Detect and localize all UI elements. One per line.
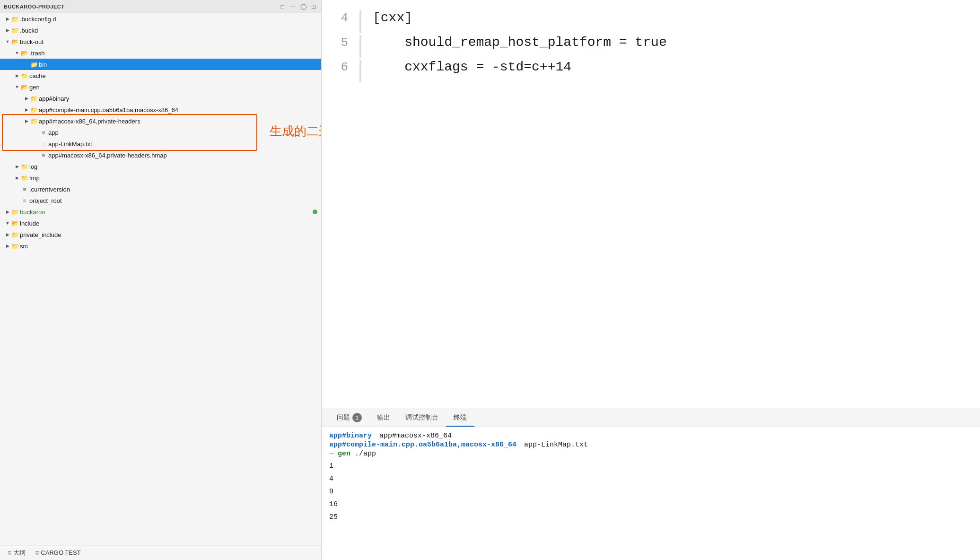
tree-item-log[interactable]: ▶📁log bbox=[0, 161, 321, 172]
code-lines: 4[cxx]5 should_remap_host_platform = tru… bbox=[322, 0, 980, 93]
line-bar-5 bbox=[359, 35, 361, 58]
tree-item-bin[interactable]: 📁bin bbox=[0, 59, 321, 70]
terminal-numbers: 1491625 bbox=[329, 460, 972, 524]
tab-终端[interactable]: 终端 bbox=[446, 410, 474, 427]
terminal-num-25: 25 bbox=[329, 511, 972, 524]
tree-label-private_include: private_include bbox=[20, 231, 61, 238]
code-line-4: 4[cxx] bbox=[322, 9, 980, 34]
terminal-arrow: → bbox=[329, 450, 338, 458]
cargo-test-label: CARGO TEST bbox=[41, 549, 80, 556]
tree-label-bin: bin bbox=[39, 61, 47, 68]
line-content-5: should_remap_host_platform = true bbox=[373, 35, 667, 50]
tab-输出[interactable]: 输出 bbox=[369, 410, 398, 427]
terminal-num-4: 4 bbox=[329, 472, 972, 485]
cargo-test-item[interactable]: ≡ CARGO TEST bbox=[31, 548, 84, 558]
dot-indicator-buckaroo bbox=[313, 210, 317, 214]
tree-item-project_root[interactable]: ≡project_root bbox=[0, 195, 321, 206]
tree-item-app_linkmap[interactable]: ≡app-LinkMap.txt bbox=[0, 138, 321, 149]
terminal-num-9: 9 bbox=[329, 485, 972, 498]
tree-item-buckd[interactable]: ▶📁.buckd bbox=[0, 25, 321, 36]
tree-icon-private_include: 📁 bbox=[11, 231, 19, 238]
tree-label-app_macosx_private: app#macosx-x86_64,private-headers bbox=[39, 118, 140, 125]
tree-arrow-trash: ▼ bbox=[13, 49, 21, 57]
tree-label-app_file: app bbox=[48, 129, 59, 136]
tree-arrow-gen: ▼ bbox=[13, 83, 21, 91]
sidebar-header: BUCKAROO-PROJECT □ — ◯ ⊡ bbox=[0, 0, 321, 13]
tree-label-app_compile: app#compile-main.cpp.oa5b6a1ba,macosx-x8… bbox=[39, 106, 178, 114]
tab-badge-问题: 1 bbox=[352, 413, 362, 422]
tree-item-app_binary[interactable]: ▶📁app#binary bbox=[0, 93, 321, 104]
window-icon-square[interactable]: □ bbox=[279, 3, 286, 10]
tree-icon-app_file: ≡ bbox=[40, 129, 47, 136]
window-icon-line[interactable]: — bbox=[289, 3, 297, 10]
tree-item-buckconfig[interactable]: ▶📁.buckconfig.d bbox=[0, 13, 321, 25]
tree-label-buckout: buck-out bbox=[20, 38, 44, 45]
sidebar-tree[interactable]: ▶📁.buckconfig.d▶📁.buckd▼📂buck-out▼📂.tras… bbox=[0, 13, 321, 545]
tree-icon-gen: 📂 bbox=[21, 83, 28, 91]
tree-arrow-include: ▼ bbox=[4, 219, 11, 227]
window-icon-grid[interactable]: ⊡ bbox=[310, 3, 317, 10]
tab-调试控制台[interactable]: 调试控制台 bbox=[398, 410, 446, 427]
tab-label-输出: 输出 bbox=[377, 413, 390, 421]
tree-item-gen[interactable]: ▼📂gen bbox=[0, 81, 321, 93]
terminal-tabs: 问题1输出调试控制台终端 bbox=[322, 409, 980, 427]
tree-item-private_include[interactable]: ▶📁private_include bbox=[0, 229, 321, 240]
terminal-row-1: app#binaryapp#macosx-x86_64 bbox=[329, 432, 972, 440]
code-line-5: 5 should_remap_host_platform = true bbox=[322, 34, 980, 59]
outline-label: 大纲 bbox=[13, 549, 26, 557]
tab-label-问题: 问题 bbox=[337, 413, 350, 421]
tree-item-app_hmap[interactable]: ≡app#macosx-x86_64,private-headers.hmap bbox=[0, 149, 321, 161]
tree-arrow-app_compile: ▶ bbox=[23, 106, 30, 114]
tree-label-include: include bbox=[20, 220, 39, 227]
tree-item-trash[interactable]: ▼📂.trash bbox=[0, 47, 321, 59]
tree-item-buckout[interactable]: ▼📂buck-out bbox=[0, 36, 321, 47]
tree-arrow-app_hmap bbox=[32, 151, 40, 159]
tree-item-src[interactable]: ▶📁src bbox=[0, 240, 321, 252]
tree-item-app_compile[interactable]: ▶📁app#compile-main.cpp.oa5b6a1ba,macosx-… bbox=[0, 104, 321, 115]
line-number-4: 4 bbox=[322, 11, 359, 25]
tree-label-log: log bbox=[29, 163, 37, 170]
tree-item-include[interactable]: ▼📂include bbox=[0, 218, 321, 229]
tree-icon-bin: 📁 bbox=[30, 61, 38, 68]
sidebar-bottom: ≡ 大纲 ≡ CARGO TEST bbox=[0, 545, 321, 560]
tree-label-buckconfig: .buckconfig.d bbox=[20, 16, 56, 23]
tree-icon-project_root: ≡ bbox=[21, 197, 28, 204]
tree-icon-buckd: 📁 bbox=[11, 26, 19, 34]
right-panel: 4[cxx]5 should_remap_host_platform = tru… bbox=[322, 0, 980, 560]
terminal-col1-2: app#compile-main.cpp.oa5b6a1ba,macosx-x8… bbox=[329, 441, 516, 449]
main-layout: BUCKAROO-PROJECT □ — ◯ ⊡ ▶📁.buckconfig.d… bbox=[0, 0, 980, 560]
tree-arrow-buckd: ▶ bbox=[4, 26, 11, 34]
tree-item-cache[interactable]: ▶📁cache bbox=[0, 70, 321, 81]
tree-item-tmp[interactable]: ▶📁tmp bbox=[0, 172, 321, 184]
tree-item-buckaroo[interactable]: ▶📁buckaroo bbox=[0, 206, 321, 218]
tree-arrow-log: ▶ bbox=[13, 163, 21, 170]
outline-item[interactable]: ≡ 大纲 bbox=[4, 547, 29, 559]
window-icon-circle[interactable]: ◯ bbox=[299, 3, 307, 10]
terminal-col1-1: app#binary bbox=[329, 432, 372, 440]
tree-arrow-buckconfig: ▶ bbox=[4, 15, 11, 23]
tree-icon-app_macosx_private: 📁 bbox=[30, 117, 38, 125]
sidebar: BUCKAROO-PROJECT □ — ◯ ⊡ ▶📁.buckconfig.d… bbox=[0, 0, 322, 560]
code-editor: 4[cxx]5 should_remap_host_platform = tru… bbox=[322, 0, 980, 409]
tree-label-app_binary: app#binary bbox=[39, 95, 69, 102]
cargo-test-icon: ≡ bbox=[35, 549, 39, 557]
tree-icon-include: 📂 bbox=[11, 219, 19, 227]
terminal-row-2: app#compile-main.cpp.oa5b6a1ba,macosx-x8… bbox=[329, 441, 972, 449]
line-bar-4 bbox=[359, 10, 361, 33]
tree-icon-buckaroo: 📁 bbox=[11, 208, 19, 216]
tree-arrow-app_linkmap bbox=[32, 140, 40, 148]
tree-icon-currentversion: ≡ bbox=[21, 185, 28, 193]
tree-icon-cache: 📁 bbox=[21, 72, 28, 79]
tree-item-currentversion[interactable]: ≡.currentversion bbox=[0, 184, 321, 195]
tree-arrow-tmp: ▶ bbox=[13, 174, 21, 182]
line-content-6: cxxflags = -std=c++14 bbox=[373, 60, 571, 74]
terminal-cmd: → gen ./app bbox=[329, 450, 972, 458]
tree-icon-log: 📁 bbox=[21, 163, 28, 170]
tree-icon-app_compile: 📁 bbox=[30, 106, 38, 114]
tab-问题[interactable]: 问题1 bbox=[329, 409, 369, 427]
line-number-5: 5 bbox=[322, 35, 359, 50]
terminal-num-1: 1 bbox=[329, 460, 972, 472]
tree-arrow-src: ▶ bbox=[4, 242, 11, 250]
tree-arrow-bin bbox=[23, 61, 30, 68]
terminal-col2-2: app-LinkMap.txt bbox=[524, 441, 972, 449]
